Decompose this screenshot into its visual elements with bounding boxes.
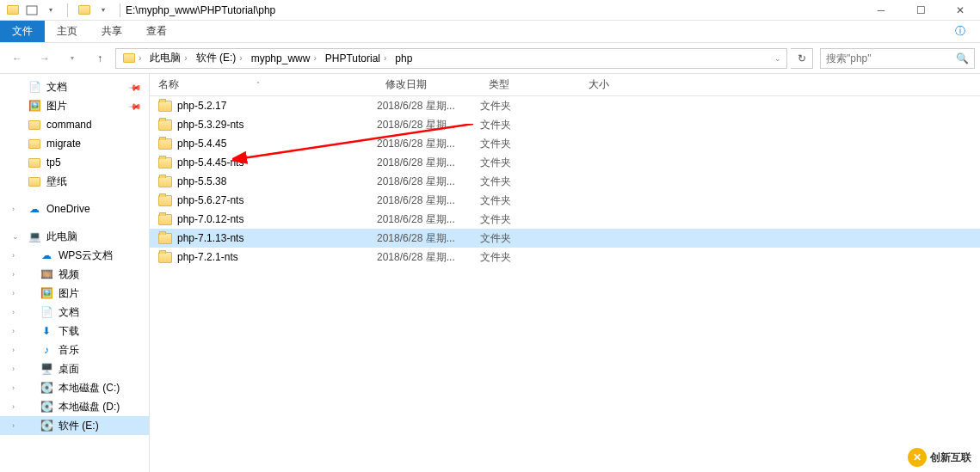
folder-icon [158,157,172,169]
address-dropdown[interactable]: ⌄ [774,54,786,63]
chevron-right-icon[interactable]: › [12,327,15,335]
chevron-right-icon[interactable]: › [12,402,15,411]
sidebar-diske[interactable]: ›💽软件 (E:) [0,416,149,435]
file-row[interactable]: php-5.4.45-nts2018/6/28 星期...文件夹 [150,153,980,172]
chevron-right-icon[interactable]: › [12,421,15,430]
close-button[interactable]: ✕ [940,0,980,21]
chevron-right-icon[interactable]: › [12,308,15,316]
disk-icon: 💽 [40,400,53,414]
sidebar-diskc[interactable]: ›💽本地磁盘 (C:) [0,378,149,397]
sidebar-pictures2[interactable]: ›🖼️图片 [0,284,149,303]
tab-home[interactable]: 主页 [45,21,89,42]
qat-dropdown[interactable]: ▾ [43,3,59,18]
crumb-d2[interactable]: PHPTutorial› [322,49,391,68]
sidebar-command[interactable]: command [0,115,149,134]
nav-up[interactable]: ↑ [88,46,112,70]
folder-icon [158,233,172,244]
maximize-button[interactable]: ☐ [901,0,940,21]
sidebar-documents[interactable]: 📄文档📌 [0,77,149,96]
sidebar-wps[interactable]: ›☁WPS云文档 [0,246,149,265]
crumb-d1[interactable]: myphp_www› [248,49,320,68]
content-area: 名称˄ 修改日期 类型 大小 php-5.2.172018/6/28 星期...… [150,74,980,472]
folder-icon [28,137,41,150]
sidebar-documents2[interactable]: ›📄文档 [0,303,149,322]
picture-icon: 🖼️ [28,99,41,113]
col-date[interactable]: 修改日期 [377,77,480,92]
nav-forward[interactable]: → [33,46,57,70]
disk-icon: 💽 [40,381,53,395]
sidebar-tp5[interactable]: tp5 [0,153,149,172]
file-name-cell: php-7.0.12-nts [150,213,377,225]
folder-icon [158,138,172,150]
folder-icon [158,214,172,225]
crumb-drive[interactable]: 软件 (E:)› [193,49,246,68]
tab-file[interactable]: 文件 [0,21,45,42]
sidebar-migrate[interactable]: migrate [0,134,149,153]
file-row[interactable]: php-5.5.382018/6/28 星期...文件夹 [150,172,980,191]
chevron-right-icon[interactable]: › [12,270,15,279]
sidebar-desktop[interactable]: ›🖥️桌面 [0,359,149,378]
chevron-down-icon[interactable]: ⌄ [12,232,19,241]
crumb-pc[interactable]: 此电脑› [146,49,190,68]
refresh-button[interactable]: ↻ [791,48,813,69]
minimize-button[interactable]: ─ [861,0,901,21]
col-name[interactable]: 名称˄ [150,77,377,92]
document-icon: 📄 [28,80,41,94]
file-row[interactable]: php-5.6.27-nts2018/6/28 星期...文件夹 [150,191,980,210]
sidebar-music[interactable]: ›♪音乐 [0,340,149,359]
search-box[interactable]: 🔍 [820,48,975,69]
sidebar[interactable]: 📄文档📌 🖼️图片📌 command migrate tp5 壁纸 ›☁OneD… [0,74,150,472]
col-type[interactable]: 类型 [480,77,580,92]
tab-view[interactable]: 查看 [134,21,179,42]
col-size[interactable]: 大小 [580,77,649,92]
file-list[interactable]: php-5.2.172018/6/28 星期...文件夹php-5.3.29-n… [150,96,980,472]
address-bar[interactable]: › 此电脑› 软件 (E:)› myphp_www› PHPTutorial› … [115,48,787,69]
qat-btn-1[interactable] [24,3,40,18]
file-row[interactable]: php-7.0.12-nts2018/6/28 星期...文件夹 [150,210,980,229]
file-date: 2018/6/28 星期... [377,212,480,227]
ribbon-help[interactable]: ⓘ [940,21,980,42]
file-date: 2018/6/28 星期... [377,175,480,189]
nav-back[interactable]: ← [5,46,29,70]
sidebar-video[interactable]: ›🎞️视频 [0,265,149,284]
search-icon[interactable]: 🔍 [956,52,969,64]
search-input[interactable] [826,52,956,64]
pc-icon: 💻 [28,230,41,243]
nav-recent[interactable]: ▾ [60,46,84,70]
file-name: php-5.5.38 [177,175,226,187]
file-row[interactable]: php-7.1.13-nts2018/6/28 星期...文件夹 [150,229,980,248]
watermark: ✕ 创新互联 [908,448,971,467]
nav-row: ← → ▾ ↑ › 此电脑› 软件 (E:)› myphp_www› PHPTu… [0,43,980,74]
pin-icon[interactable]: 📌 [128,80,142,94]
folder-icon [158,252,172,263]
crumb-d3[interactable]: php [391,49,416,68]
sidebar-diskd[interactable]: ›💽本地磁盘 (D:) [0,397,149,416]
file-date: 2018/6/28 星期... [377,137,480,151]
tab-share[interactable]: 共享 [89,21,134,42]
sidebar-thispc[interactable]: ⌄💻此电脑 [0,227,149,246]
sidebar-onedrive[interactable]: ›☁OneDrive [0,199,149,218]
pin-icon[interactable]: 📌 [128,99,142,113]
crumb-root[interactable]: › [120,49,145,68]
file-row[interactable]: php-5.2.172018/6/28 星期...文件夹 [150,96,980,115]
file-row[interactable]: php-7.2.1-nts2018/6/28 星期...文件夹 [150,248,980,267]
folder-icon [158,120,172,131]
chevron-right-icon[interactable]: › [12,289,15,297]
file-type: 文件夹 [480,99,580,113]
chevron-right-icon[interactable]: › [12,251,15,260]
chevron-right-icon[interactable]: › [12,346,15,354]
sidebar-pictures[interactable]: 🖼️图片📌 [0,96,149,115]
file-row[interactable]: php-5.4.452018/6/28 星期...文件夹 [150,134,980,153]
chevron-right-icon[interactable]: › [12,365,15,373]
file-name-cell: php-5.6.27-nts [150,194,377,206]
file-type: 文件夹 [480,137,580,151]
chevron-right-icon[interactable]: › [12,383,15,392]
file-date: 2018/6/28 星期... [377,250,480,265]
chevron-right-icon[interactable]: › [12,205,15,213]
sidebar-downloads[interactable]: ›⬇下载 [0,322,149,340]
file-name-cell: php-7.2.1-nts [150,251,377,263]
desktop-icon: 🖥️ [40,362,53,376]
sidebar-wallpaper[interactable]: 壁纸 [0,172,149,191]
window-controls: ─ ☐ ✕ [861,0,980,21]
file-row[interactable]: php-5.3.29-nts2018/6/28 星期...文件夹 [150,115,980,134]
